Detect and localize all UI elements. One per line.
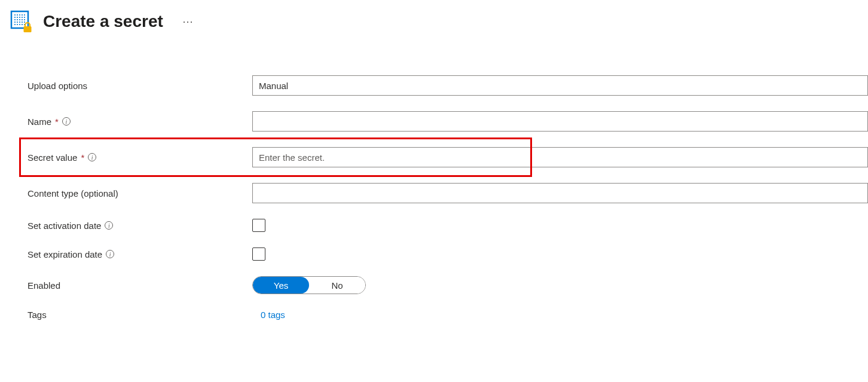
svg-point-6 bbox=[14, 17, 16, 18]
svg-point-7 bbox=[17, 17, 18, 18]
name-input[interactable] bbox=[252, 111, 868, 132]
svg-point-3 bbox=[19, 14, 20, 16]
row-secret-value: Secret value * i bbox=[27, 147, 868, 167]
info-icon[interactable]: i bbox=[88, 153, 96, 161]
svg-point-14 bbox=[22, 19, 23, 20]
svg-point-13 bbox=[19, 19, 20, 20]
label-text-activation-date: Set activation date bbox=[27, 221, 101, 231]
label-content-type: Content type (optional) bbox=[27, 188, 252, 198]
enabled-toggle: Yes No bbox=[252, 276, 366, 294]
svg-point-8 bbox=[19, 17, 20, 18]
label-text-upload-options: Upload options bbox=[27, 81, 87, 91]
svg-point-4 bbox=[22, 14, 23, 16]
content-type-input[interactable] bbox=[252, 183, 868, 203]
row-enabled: Enabled Yes No bbox=[27, 276, 868, 294]
enabled-no-option[interactable]: No bbox=[309, 277, 365, 294]
svg-point-15 bbox=[24, 19, 25, 20]
create-secret-page: Create a secret ⋯ Upload options Manual … bbox=[0, 0, 868, 320]
label-activation-date: Set activation date i bbox=[27, 221, 252, 231]
info-icon[interactable]: i bbox=[106, 250, 114, 258]
label-upload-options: Upload options bbox=[27, 81, 252, 91]
expiration-date-checkbox[interactable] bbox=[252, 247, 265, 261]
svg-point-10 bbox=[24, 17, 25, 18]
info-icon[interactable]: i bbox=[62, 117, 71, 126]
row-name: Name * i bbox=[27, 111, 868, 132]
svg-point-17 bbox=[17, 22, 18, 23]
label-text-secret-value: Secret value bbox=[27, 152, 77, 163]
svg-point-16 bbox=[14, 22, 16, 23]
svg-point-18 bbox=[19, 22, 20, 23]
required-asterisk: * bbox=[55, 117, 59, 127]
svg-point-11 bbox=[14, 19, 16, 20]
row-upload-options: Upload options Manual bbox=[27, 75, 868, 96]
svg-point-5 bbox=[24, 14, 25, 16]
row-activation-date: Set activation date i bbox=[27, 219, 868, 232]
svg-rect-26 bbox=[24, 26, 32, 32]
create-secret-form: Upload options Manual Name * i Secret va… bbox=[10, 75, 868, 320]
label-text-content-type: Content type (optional) bbox=[27, 188, 118, 198]
svg-point-23 bbox=[19, 24, 20, 25]
page-title: Create a secret bbox=[43, 12, 163, 31]
svg-point-21 bbox=[14, 24, 16, 25]
label-text-expiration-date: Set expiration date bbox=[27, 249, 102, 259]
row-tags: Tags 0 tags bbox=[27, 310, 868, 320]
upload-options-select[interactable]: Manual bbox=[252, 75, 868, 96]
label-text-name: Name bbox=[27, 117, 51, 127]
activation-date-checkbox[interactable] bbox=[252, 219, 265, 232]
label-name: Name * i bbox=[27, 117, 252, 127]
secret-value-input[interactable] bbox=[252, 147, 868, 167]
svg-point-20 bbox=[24, 22, 25, 23]
required-asterisk: * bbox=[81, 152, 84, 163]
row-expiration-date: Set expiration date i bbox=[27, 247, 868, 261]
svg-point-1 bbox=[14, 14, 16, 16]
row-content-type: Content type (optional) bbox=[27, 183, 868, 203]
tags-link[interactable]: 0 tags bbox=[252, 310, 285, 320]
svg-point-24 bbox=[22, 24, 23, 25]
svg-point-22 bbox=[17, 24, 18, 25]
svg-point-2 bbox=[17, 14, 18, 16]
label-text-enabled: Enabled bbox=[27, 280, 60, 291]
svg-point-9 bbox=[22, 17, 23, 18]
label-tags: Tags bbox=[27, 310, 252, 320]
svg-point-19 bbox=[22, 22, 23, 23]
svg-point-12 bbox=[17, 19, 18, 20]
label-enabled: Enabled bbox=[27, 280, 252, 291]
label-text-tags: Tags bbox=[27, 310, 47, 320]
page-header: Create a secret ⋯ bbox=[10, 10, 868, 33]
label-secret-value: Secret value * i bbox=[27, 152, 252, 163]
enabled-yes-option[interactable]: Yes bbox=[253, 277, 309, 294]
key-vault-secret-icon bbox=[10, 10, 33, 33]
label-expiration-date: Set expiration date i bbox=[27, 249, 252, 259]
more-actions-button[interactable]: ⋯ bbox=[179, 13, 197, 30]
info-icon[interactable]: i bbox=[105, 221, 113, 230]
